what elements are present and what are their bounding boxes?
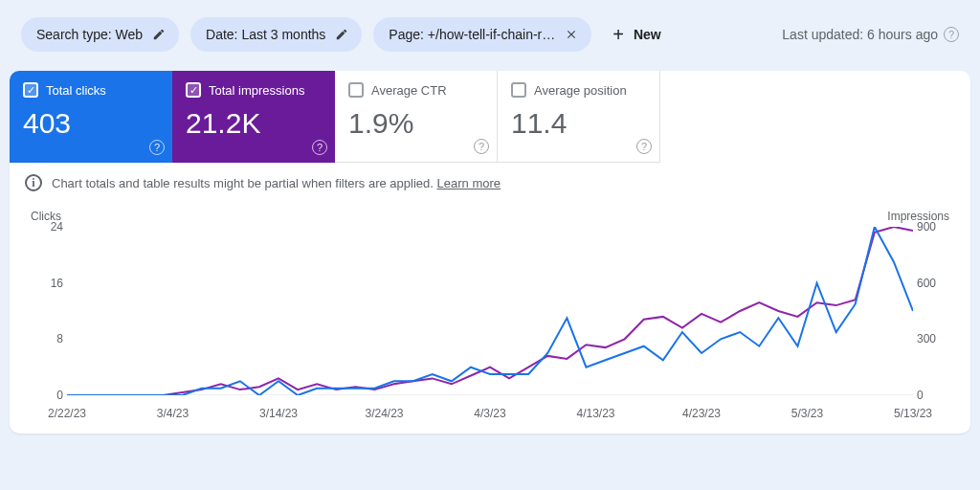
new-label: New xyxy=(634,27,661,42)
help-icon[interactable]: ? xyxy=(636,139,652,154)
metric-value: 21.2K xyxy=(186,107,322,140)
y-tick-right: 900 xyxy=(917,220,949,234)
checkbox-unchecked-icon xyxy=(511,82,526,98)
info-icon: i xyxy=(25,174,42,191)
chip-prefix: Date: xyxy=(206,27,241,42)
checkbox-checked-icon: ✓ xyxy=(186,82,201,98)
close-icon[interactable] xyxy=(565,28,578,41)
checkbox-checked-icon: ✓ xyxy=(23,82,38,98)
metric-label: Average CTR xyxy=(371,83,447,98)
chip-prefix: Page: xyxy=(389,27,427,42)
y-tick-left: 16 xyxy=(31,277,63,290)
chip-value: +/how-tell-if-chain-r… xyxy=(428,27,555,42)
help-icon[interactable]: ? xyxy=(312,140,327,155)
x-tick: 3/14/23 xyxy=(259,407,298,420)
metric-label: Total impressions xyxy=(209,83,304,98)
metric-average-ctr[interactable]: Average CTR 1.9% ? xyxy=(335,71,498,163)
filter-chip-page[interactable]: Page: +/how-tell-if-chain-r… xyxy=(373,17,591,52)
last-updated-text: Last updated: 6 hours ago xyxy=(782,27,938,42)
metric-total-clicks[interactable]: ✓ Total clicks 403 ? xyxy=(10,71,172,163)
x-tick: 4/13/23 xyxy=(576,407,614,420)
y-tick-right: 600 xyxy=(917,277,949,290)
x-tick: 5/13/23 xyxy=(894,407,932,420)
help-icon[interactable]: ? xyxy=(474,139,489,154)
x-tick: 3/24/23 xyxy=(365,407,403,420)
last-updated: Last updated: 6 hours ago ? xyxy=(782,27,959,42)
add-filter-button[interactable]: + New xyxy=(603,25,670,44)
metric-average-position[interactable]: Average position 11.4 ? xyxy=(498,71,660,163)
metric-value: 1.9% xyxy=(348,107,483,140)
help-icon[interactable]: ? xyxy=(149,140,165,155)
x-tick: 4/23/23 xyxy=(682,407,721,420)
metric-row: ✓ Total clicks 403 ? ✓ Total impressions… xyxy=(10,71,970,163)
chart-area: Clicks Impressions 24168090060030002/22/… xyxy=(10,204,970,434)
metric-value: 11.4 xyxy=(511,107,646,140)
chip-value: Web xyxy=(116,27,144,42)
checkbox-unchecked-icon xyxy=(348,82,364,98)
chart-plot[interactable] xyxy=(67,227,913,395)
y-tick-left: 24 xyxy=(31,220,63,234)
y-tick-right: 0 xyxy=(917,389,949,402)
x-tick: 4/3/23 xyxy=(474,407,505,420)
chart-svg xyxy=(67,227,913,395)
learn-more-link[interactable]: Learn more xyxy=(437,176,501,190)
metric-value: 403 xyxy=(23,107,159,140)
y-tick-left: 0 xyxy=(31,389,63,402)
chip-value: Last 3 months xyxy=(241,27,325,42)
chip-prefix: Search type: xyxy=(36,27,116,42)
pencil-icon xyxy=(152,28,166,41)
filter-chip-date[interactable]: Date: Last 3 months xyxy=(190,17,362,52)
metric-label: Total clicks xyxy=(46,83,106,98)
x-tick: 3/4/23 xyxy=(157,407,189,420)
pencil-icon xyxy=(335,28,348,41)
y-tick-left: 8 xyxy=(31,332,63,345)
performance-card: ✓ Total clicks 403 ? ✓ Total impressions… xyxy=(10,71,970,434)
notice-text: Chart totals and table results might be … xyxy=(52,176,434,190)
x-tick: 5/3/23 xyxy=(791,407,823,420)
y-tick-right: 300 xyxy=(917,332,949,345)
filter-bar: Search type: Web Date: Last 3 months Pag… xyxy=(0,0,980,65)
partial-results-notice: i Chart totals and table results might b… xyxy=(10,163,970,204)
plus-icon: + xyxy=(612,25,624,44)
x-tick: 2/22/23 xyxy=(48,407,86,420)
filter-chip-search-type[interactable]: Search type: Web xyxy=(21,17,179,52)
help-icon[interactable]: ? xyxy=(944,27,959,42)
metric-label: Average position xyxy=(534,83,627,98)
metric-total-impressions[interactable]: ✓ Total impressions 21.2K ? xyxy=(172,71,335,163)
